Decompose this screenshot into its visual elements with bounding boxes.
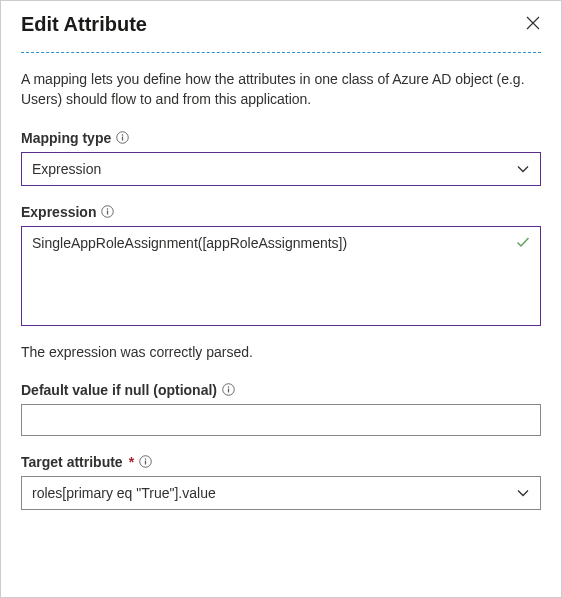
mapping-type-value: Expression: [32, 161, 101, 177]
close-button[interactable]: [521, 11, 545, 38]
chevron-down-icon: [516, 162, 530, 176]
svg-point-10: [144, 458, 145, 459]
svg-point-1: [121, 134, 122, 135]
default-value-field: Default value if null (optional): [21, 382, 541, 436]
panel-content: A mapping lets you define how the attrib…: [1, 53, 561, 528]
default-value-label: Default value if null (optional): [21, 382, 541, 398]
svg-rect-5: [107, 211, 108, 215]
target-attribute-label-text: Target attribute: [21, 454, 123, 470]
target-attribute-label: Target attribute *: [21, 454, 541, 470]
check-icon: [515, 234, 531, 254]
svg-point-4: [107, 208, 108, 209]
mapping-type-label-text: Mapping type: [21, 130, 111, 146]
required-asterisk: *: [129, 454, 134, 470]
expression-textarea[interactable]: [21, 226, 541, 326]
mapping-type-select[interactable]: Expression: [21, 152, 541, 186]
panel-header: Edit Attribute: [1, 1, 561, 52]
description-text: A mapping lets you define how the attrib…: [21, 69, 541, 110]
expression-label: Expression: [21, 204, 541, 220]
panel-title: Edit Attribute: [21, 13, 147, 36]
info-icon[interactable]: [100, 205, 114, 219]
svg-point-7: [227, 386, 228, 387]
info-icon[interactable]: [221, 383, 235, 397]
svg-rect-2: [122, 137, 123, 141]
info-icon[interactable]: [115, 131, 129, 145]
default-value-label-text: Default value if null (optional): [21, 382, 217, 398]
expression-status: The expression was correctly parsed.: [21, 344, 541, 360]
edit-attribute-panel: Edit Attribute A mapping lets you define…: [0, 0, 562, 598]
target-attribute-value: roles[primary eq "True"].value: [32, 485, 216, 501]
target-attribute-select[interactable]: roles[primary eq "True"].value: [21, 476, 541, 510]
info-icon[interactable]: [138, 455, 152, 469]
mapping-type-label: Mapping type: [21, 130, 541, 146]
mapping-type-field: Mapping type Expression: [21, 130, 541, 186]
svg-rect-8: [227, 389, 228, 393]
target-attribute-field: Target attribute * roles[primary eq "Tru…: [21, 454, 541, 510]
default-value-input[interactable]: [21, 404, 541, 436]
expression-label-text: Expression: [21, 204, 96, 220]
expression-textarea-wrap: [21, 226, 541, 330]
close-icon: [525, 15, 541, 34]
chevron-down-icon: [516, 486, 530, 500]
svg-rect-11: [144, 461, 145, 465]
expression-field: Expression: [21, 204, 541, 330]
